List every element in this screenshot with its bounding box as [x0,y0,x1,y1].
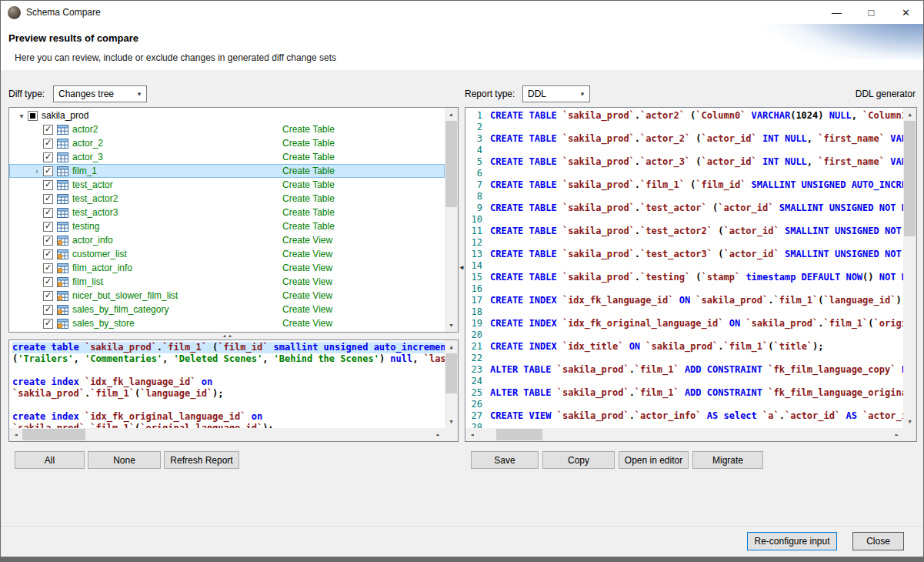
tree-row[interactable]: ✓ [9,330,445,332]
checkbox[interactable] [28,111,38,121]
report-type-value: DDL [523,89,575,99]
save-button[interactable]: Save [471,451,539,469]
checkbox[interactable]: ✓ [43,236,53,246]
tree-item-label: nicer_but_slower_film_list [72,290,178,301]
editor-vertical-scrollbar[interactable]: ▲ ▼ [903,108,916,428]
preview-horizontal-scrollbar[interactable]: ◄ ► [9,428,445,441]
scroll-left-icon[interactable]: ◄ [465,428,479,441]
code-token: CREATE TABLE [490,133,562,144]
checkbox[interactable]: ✓ [43,125,53,135]
tree-item-label: testing [72,221,99,232]
copy-button[interactable]: Copy [542,451,615,469]
tree-vertical-scrollbar[interactable]: ▲ ▼ [445,108,458,332]
code-token: 'Deleted Scenes' [174,353,263,364]
collapse-icon[interactable]: ▾ [15,112,28,120]
tree-row[interactable]: ✓nicer_but_slower_film_listCreate View [9,289,445,303]
scroll-up-icon[interactable]: ▲ [445,108,458,121]
checkbox[interactable]: ✓ [43,139,53,149]
checkbox[interactable]: ✓ [43,249,53,259]
change-action-label: Create Table [282,138,335,149]
scroll-down-icon[interactable]: ▼ [445,319,458,332]
tree-root-row[interactable]: ▾sakila_prod [9,109,445,122]
reconfigure-input-button[interactable]: Re-configure input [747,532,837,550]
chevron-down-icon: ▾ [575,90,589,98]
line-number: 21 [467,341,482,353]
code-token: . [635,249,640,259]
tree-row[interactable]: ›✓film_1Create Table [9,164,445,178]
scroll-right-icon[interactable]: ► [890,428,903,441]
change-action-label: Create Table [282,166,335,176]
checkbox[interactable]: ✓ [43,291,53,301]
tree-row[interactable]: ✓customer_listCreate View [9,247,445,261]
checkbox[interactable]: ✓ [43,263,53,273]
scrollbar-thumb[interactable] [22,429,85,440]
checkbox[interactable]: ✓ [43,180,53,190]
code-text: CREATE TABLE `sakila_prod`.`film_1` (`fi… [490,179,903,191]
splitter-collapse-icon[interactable]: ▲▲ [222,333,233,338]
expand-icon[interactable]: › [31,167,43,176]
code-token: `actor_id` [723,226,779,236]
code-token: , [262,353,273,364]
code-token: ); [812,341,823,352]
checkbox[interactable]: ✓ [43,166,53,176]
open-in-editor-button[interactable]: Open in editor [619,451,689,469]
code-text [490,422,495,428]
tree-item-label: actor_info [72,235,113,246]
tree-row[interactable]: ✓actor_infoCreate View [9,233,445,247]
tree-row[interactable]: ✓test_actor2Create Table [9,192,445,206]
code-token: . [635,272,640,283]
scroll-up-icon[interactable]: ▲ [903,108,916,121]
all-button[interactable]: All [15,451,85,469]
tree-row[interactable]: ✓test_actor3Create Table [9,206,445,219]
scroll-down-icon[interactable]: ▼ [445,415,458,428]
checkbox[interactable]: ✓ [43,277,53,287]
view-icon [57,236,68,246]
code-token: SMALLINT UNSIGNED NOT NU [785,249,903,259]
checkbox[interactable]: ✓ [43,305,53,315]
code-token: `sakila_prod` [557,364,629,375]
tree-row[interactable]: ✓film_actor_infoCreate View [9,261,445,275]
check-mark-icon: ✓ [45,319,52,327]
tree-row[interactable]: ✓actor2Create Table [9,122,445,136]
panel-splitter-icon[interactable]: ◄ [459,264,465,271]
code-token: `sakila_prod` [562,226,635,236]
tree-row[interactable]: ✓sales_by_film_categoryCreate View [9,303,445,316]
migrate-button[interactable]: Migrate [692,451,763,469]
scrollbar-thumb[interactable] [445,353,457,393]
tree-row[interactable]: ✓sales_by_storeCreate View [9,316,445,330]
code-token: . [635,110,640,121]
code-token: `fk_film_language_copy` [768,364,896,375]
diff-type-select[interactable]: Changes tree ▾ [53,85,147,102]
none-button[interactable]: None [88,451,161,469]
scrollbar-thumb[interactable] [496,429,542,440]
scroll-up-icon[interactable]: ▲ [445,340,458,353]
refresh-report-button[interactable]: Refresh Report [164,451,239,469]
tree-row[interactable]: ✓actor_3Create Table [9,150,445,164]
editor-horizontal-scrollbar[interactable]: ◄ ► [465,428,903,441]
scrollbar-thumb[interactable] [904,121,916,236]
change-action-label: Create View [282,276,332,287]
code-token [195,376,201,387]
tree-row[interactable]: ✓actor_2Create Table [9,136,445,150]
close-button[interactable]: Close [852,532,904,550]
scroll-right-icon[interactable]: ► [432,428,445,441]
code-token: `first_name` [818,156,885,167]
tree-row[interactable]: ✓testingCreate Table [9,219,445,233]
scrollbar-thumb[interactable] [445,121,457,207]
scroll-down-icon[interactable]: ▼ [903,415,916,428]
close-window-button[interactable]: ✕ [889,1,923,24]
checkbox[interactable]: ✓ [43,319,53,329]
tree-row[interactable]: ✓test_actorCreate Table [9,178,445,192]
checkbox[interactable]: ✓ [43,222,53,232]
tree-row[interactable]: ✓film_listCreate View [9,275,445,289]
preview-vertical-scrollbar[interactable]: ▲ ▼ [445,340,458,428]
page-subtitle: Here you can review, include or exclude … [15,52,336,63]
titlebar: Schema Compare — □ ✕ [1,1,923,24]
report-type-select[interactable]: DDL ▾ [522,85,590,102]
minimize-button[interactable]: — [819,1,854,24]
checkbox[interactable]: ✓ [43,194,53,204]
checkbox[interactable]: ✓ [43,152,53,162]
checkbox[interactable]: ✓ [43,208,53,218]
scroll-left-icon[interactable]: ◄ [9,428,22,441]
maximize-button[interactable]: □ [854,1,889,24]
